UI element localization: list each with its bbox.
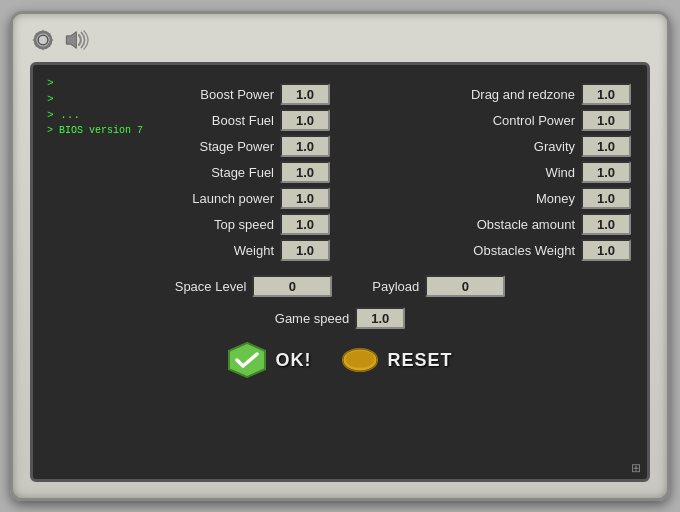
right-column: Drag and redzone Control Power Gravity W…	[350, 81, 631, 263]
input-launch-power[interactable]	[280, 187, 330, 209]
ok-button[interactable]: OK!	[227, 341, 311, 379]
reset-icon	[341, 346, 379, 374]
row-stage-fuel: Stage Fuel	[49, 159, 330, 185]
input-money[interactable]	[581, 187, 631, 209]
resize-handle: ⊞	[631, 461, 641, 475]
input-gravity[interactable]	[581, 135, 631, 157]
label-boost-fuel: Boost Fuel	[212, 113, 274, 128]
row-top-speed: Top speed	[49, 211, 330, 237]
ok-icon	[227, 341, 267, 379]
label-stage-power: Stage Power	[200, 139, 274, 154]
buttons-row: OK! RESET	[49, 341, 631, 379]
input-obstacle-amount[interactable]	[581, 213, 631, 235]
label-weight: Weight	[234, 243, 274, 258]
row-gravity: Gravity	[350, 133, 631, 159]
row-payload: Payload	[372, 273, 505, 299]
input-payload[interactable]	[425, 275, 505, 297]
input-control-power[interactable]	[581, 109, 631, 131]
input-drag-redzone[interactable]	[581, 83, 631, 105]
row-wind: Wind	[350, 159, 631, 185]
svg-marker-3	[66, 32, 76, 49]
label-space-level: Space Level	[175, 279, 247, 294]
label-boost-power: Boost Power	[200, 87, 274, 102]
input-game-speed[interactable]	[355, 307, 405, 329]
settings-screen: > > > ... > BIOS version 7 Boost Power B…	[30, 62, 650, 482]
row-obstacle-amount: Obstacle amount	[350, 211, 631, 237]
label-stage-fuel: Stage Fuel	[211, 165, 274, 180]
input-boost-power[interactable]	[280, 83, 330, 105]
reset-button[interactable]: RESET	[341, 341, 452, 379]
bottom-section: Space Level Payload Game speed	[49, 273, 631, 379]
input-obstacles-weight[interactable]	[581, 239, 631, 261]
row-launch-power: Launch power	[49, 185, 330, 211]
bottom-row-1: Space Level Payload	[49, 273, 631, 299]
label-payload: Payload	[372, 279, 419, 294]
input-stage-fuel[interactable]	[280, 161, 330, 183]
row-control-power: Control Power	[350, 107, 631, 133]
input-wind[interactable]	[581, 161, 631, 183]
input-weight[interactable]	[280, 239, 330, 261]
left-column: Boost Power Boost Fuel Stage Power Stage…	[49, 81, 330, 263]
gear-icon[interactable]	[29, 26, 57, 54]
row-obstacles-weight: Obstacles Weight	[350, 237, 631, 263]
label-wind: Wind	[545, 165, 575, 180]
settings-grid: Boost Power Boost Fuel Stage Power Stage…	[49, 81, 631, 263]
input-stage-power[interactable]	[280, 135, 330, 157]
row-boost-power: Boost Power	[49, 81, 330, 107]
input-boost-fuel[interactable]	[280, 109, 330, 131]
label-gravity: Gravity	[534, 139, 575, 154]
bottom-row-2: Game speed	[49, 305, 631, 331]
label-drag-redzone: Drag and redzone	[471, 87, 575, 102]
svg-point-2	[39, 36, 47, 44]
label-control-power: Control Power	[493, 113, 575, 128]
label-game-speed: Game speed	[275, 311, 349, 326]
reset-label: RESET	[387, 350, 452, 371]
label-top-speed: Top speed	[214, 217, 274, 232]
row-weight: Weight	[49, 237, 330, 263]
input-space-level[interactable]	[252, 275, 332, 297]
svg-point-8	[346, 351, 375, 368]
input-top-speed[interactable]	[280, 213, 330, 235]
row-stage-power: Stage Power	[49, 133, 330, 159]
top-bar	[21, 22, 659, 58]
label-obstacle-amount: Obstacle amount	[477, 217, 575, 232]
row-boost-fuel: Boost Fuel	[49, 107, 330, 133]
row-money: Money	[350, 185, 631, 211]
label-obstacles-weight: Obstacles Weight	[473, 243, 575, 258]
label-launch-power: Launch power	[192, 191, 274, 206]
sound-icon[interactable]	[63, 28, 93, 52]
monitor-frame: > > > ... > BIOS version 7 Boost Power B…	[10, 11, 670, 501]
ok-label: OK!	[275, 350, 311, 371]
label-money: Money	[536, 191, 575, 206]
row-drag-redzone: Drag and redzone	[350, 81, 631, 107]
row-space-level: Space Level	[175, 273, 333, 299]
row-game-speed: Game speed	[275, 305, 405, 331]
